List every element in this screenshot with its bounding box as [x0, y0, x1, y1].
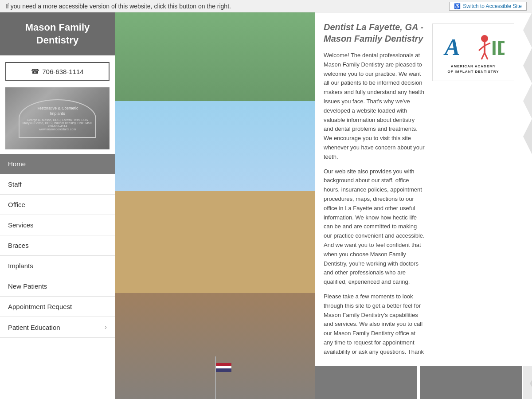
nav-item-implants[interactable]: Implants: [0, 256, 115, 276]
nav-label-implants: Implants: [8, 262, 33, 270]
nav-item-services[interactable]: Services: [0, 215, 115, 235]
svg-marker-1: [523, 48, 532, 83]
nav-item-office[interactable]: Office: [0, 195, 115, 215]
nav-item-patient-education[interactable]: Patient Education ›: [0, 317, 115, 338]
accessible-btn-label: Switch to Accessible Site: [463, 3, 522, 9]
nav-item-staff[interactable]: Staff: [0, 174, 115, 195]
nav-label-appointment: Appointment Request: [8, 303, 72, 310]
intro-section: Dentist La Fayette, GA - Mason Family De…: [315, 12, 532, 366]
phone-button[interactable]: ☎ 706-638-1114: [5, 62, 110, 81]
right-column: Dentist La Fayette, GA - Mason Family De…: [315, 12, 532, 399]
chevron-right-icon: ›: [105, 323, 107, 331]
phone-icon: ☎: [31, 67, 39, 75]
para1: Welcome! The dental professionals at Mas…: [324, 51, 426, 162]
nav-label-home: Home: [8, 160, 26, 168]
wheelchair-icon: ♿: [454, 3, 461, 9]
doctor-section-triangles: [523, 366, 532, 399]
service-cards: Cosmetic Dentistry: [315, 366, 523, 399]
nav-label-services: Services: [8, 221, 34, 229]
intro-text: Dentist La Fayette, GA - Mason Family De…: [324, 21, 426, 357]
nav-item-home[interactable]: Home: [0, 154, 115, 174]
sidebar: Mason Family Dentistry ☎ 706-638-1114 Re…: [0, 12, 115, 399]
sidebar-image: Restorative & CosmeticImplants George D.…: [5, 87, 110, 149]
aaid-text: AMERICAN ACADEMY OF IMPLANT DENTISTRY: [447, 64, 499, 74]
site-title: Mason Family Dentistry: [25, 22, 90, 46]
main-inner: Dentist La Fayette, GA - Mason Family De…: [115, 12, 532, 399]
doctor-section: Meet Your Doctor Dr. George Mason DDS Dr…: [523, 366, 532, 399]
nav-label-patient-education: Patient Education: [8, 324, 60, 331]
para2: Our web site also provides you with back…: [324, 167, 426, 287]
aaid-graphic: A ID: [442, 31, 505, 62]
svg-marker-2: [523, 83, 532, 119]
top-bar-message: If you need a more accessible version of…: [5, 3, 231, 10]
svg-line-10: [485, 53, 488, 59]
nav-item-braces[interactable]: Braces: [0, 235, 115, 256]
nav-menu: Home Staff Office Services Braces Implan…: [0, 154, 115, 399]
nav-label-braces: Braces: [8, 242, 29, 249]
para3: Please take a few moments to look throug…: [324, 292, 426, 357]
svg-marker-3: [523, 119, 532, 154]
hero-column: [115, 12, 315, 399]
svg-point-5: [481, 35, 488, 42]
aaid-logo-svg: A ID: [442, 31, 505, 62]
nav-label-office: Office: [8, 201, 25, 208]
top-bar: If you need a more accessible version of…: [0, 0, 532, 12]
nav-item-new-patients[interactable]: New Patients: [0, 276, 115, 297]
nav-item-appointment[interactable]: Appointment Request: [0, 297, 115, 317]
aaid-logo: A ID: [432, 23, 514, 81]
bottom-section: Cosmetic Dentistry: [315, 366, 532, 399]
phone-number: 706-638-1114: [42, 68, 83, 75]
svg-text:A: A: [443, 35, 460, 60]
main-heading: Dentist La Fayette, GA - Mason Family De…: [324, 21, 426, 44]
svg-line-9: [481, 53, 485, 59]
main-content: Dentist La Fayette, GA - Mason Family De…: [115, 12, 532, 399]
svg-marker-0: [523, 12, 532, 48]
sidebar-header: Mason Family Dentistry: [0, 12, 115, 55]
svg-text:ID: ID: [491, 36, 505, 59]
braces-card[interactable]: Braces (Orthodontia): [420, 366, 522, 399]
accessible-button[interactable]: ♿ Switch to Accessible Site: [449, 2, 527, 11]
layout: Mason Family Dentistry ☎ 706-638-1114 Re…: [0, 12, 532, 399]
nav-label-staff: Staff: [8, 180, 22, 188]
nav-label-new-patients: New Patients: [8, 282, 47, 290]
cosmetic-dentistry-card[interactable]: Cosmetic Dentistry: [315, 366, 417, 399]
building-photo: [115, 12, 315, 399]
